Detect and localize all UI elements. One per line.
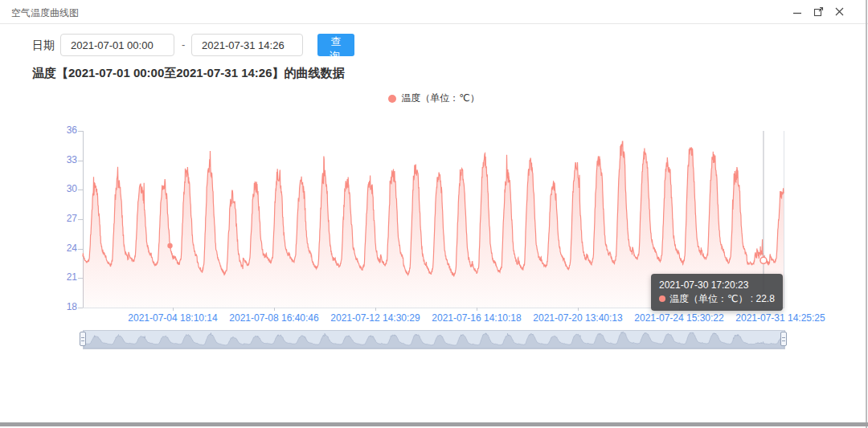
- y-axis-tick: [78, 308, 83, 308]
- y-axis-tick-label: 24: [50, 243, 77, 254]
- restore-icon[interactable]: [812, 5, 825, 18]
- right-axis-line: [784, 131, 784, 308]
- tooltip-separator: :: [747, 293, 755, 304]
- chart-section-title: 温度【2021-07-01 00:00至2021-07-31 14:26】的曲线…: [32, 66, 345, 81]
- y-axis-tick-label: 33: [50, 154, 77, 165]
- tooltip-time: 2021-07-30 17:20:23: [659, 279, 775, 292]
- x-axis-tick-label: 2021-07-12 14:30:29: [321, 312, 429, 324]
- datazoom-selected-range[interactable]: [84, 331, 784, 349]
- window-title: 空气温度曲线图: [11, 6, 79, 20]
- data-point-dot: [167, 243, 172, 248]
- window-controls: [791, 5, 845, 18]
- date-label: 日期: [32, 34, 55, 56]
- y-axis-tick-label: 18: [50, 301, 77, 312]
- datazoom-right-handle[interactable]: [780, 332, 787, 346]
- x-axis-tick-label: 2021-07-31 14:25:25: [727, 312, 834, 324]
- legend-marker-icon: [388, 95, 396, 103]
- window-bottom-border[interactable]: [0, 422, 868, 426]
- date-filter-row: 日期 - 查询: [0, 34, 868, 56]
- start-date-input[interactable]: [60, 34, 174, 56]
- tooltip-value: 22.8: [755, 293, 774, 304]
- y-axis-tick-label: 36: [50, 124, 77, 136]
- y-axis-tick-label: 30: [50, 183, 77, 194]
- legend[interactable]: 温度（单位：℃）: [0, 92, 868, 105]
- legend-label: 温度（单位：℃）: [401, 92, 479, 105]
- highlighted-data-point: [760, 257, 767, 263]
- x-axis-tick-label: 2021-07-08 16:40:46: [220, 312, 328, 324]
- x-axis-tick: [173, 308, 174, 311]
- close-icon[interactable]: [833, 5, 845, 18]
- tooltip-series-label: 温度（单位：℃）: [669, 293, 747, 304]
- tooltip-series-icon: [659, 296, 665, 302]
- date-range-separator: -: [182, 34, 185, 56]
- x-axis-tick: [274, 308, 275, 311]
- app-window: 空气温度曲线图 日期 - 查询 温度【2021-07-01 00:00至2021…: [0, 0, 868, 428]
- y-axis-tick-label: 27: [50, 213, 77, 224]
- x-axis-tick: [477, 308, 477, 311]
- x-axis-tick-label: 2021-07-16 14:10:18: [423, 312, 530, 324]
- x-axis-tick-label: 2021-07-04 18:10:14: [119, 312, 227, 324]
- x-axis-tick: [375, 308, 376, 311]
- chart-tooltip: 2021-07-30 17:20:23 温度（单位：℃） : 22.8: [651, 274, 783, 311]
- minimize-icon[interactable]: [791, 5, 804, 18]
- x-axis-tick-label: 2021-07-24 15:30:22: [625, 312, 733, 324]
- x-axis-tick: [578, 308, 579, 311]
- datazoom-slider[interactable]: [83, 330, 785, 349]
- datazoom-left-handle[interactable]: [80, 332, 86, 346]
- window-right-border: [866, 0, 867, 428]
- tooltip-series-row: 温度（单位：℃） : 22.8: [659, 292, 775, 306]
- x-axis-tick-label: 2021-07-20 13:40:13: [524, 312, 632, 324]
- window-titlebar: 空气温度曲线图: [0, 0, 868, 24]
- end-date-input[interactable]: [191, 34, 303, 56]
- query-button[interactable]: 查询: [317, 34, 354, 56]
- y-axis-tick-label: 21: [50, 271, 77, 283]
